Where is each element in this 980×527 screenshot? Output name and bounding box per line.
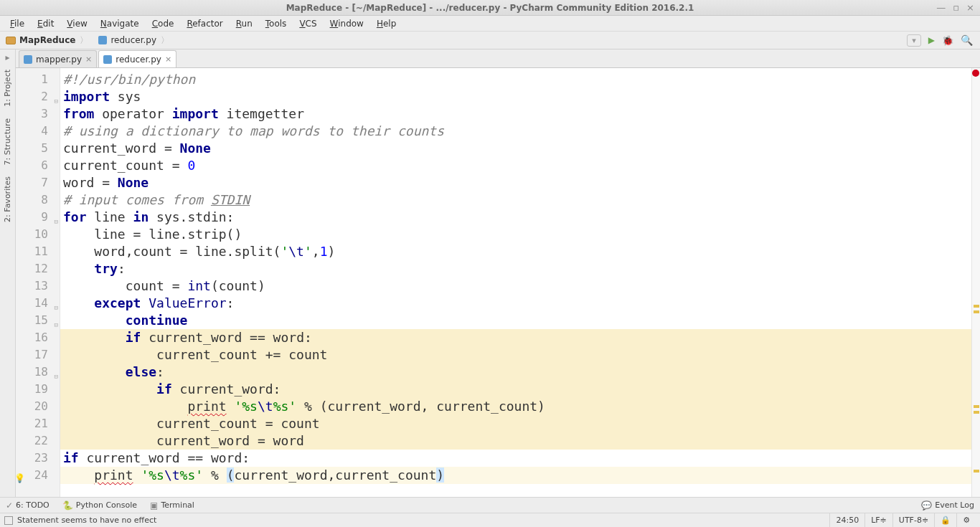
code-line[interactable]: word,count = line.split('\t',1) [60,243,980,260]
code-line[interactable]: except ValueError: [60,295,980,312]
close-icon[interactable]: × [966,2,974,13]
line-number[interactable]: 11 [16,243,60,260]
event-log-icon: 💬 [921,500,932,511]
line-number[interactable]: 15⊟ [16,312,60,329]
warning-marker[interactable] [974,470,979,473]
menu-view[interactable]: View [61,17,93,30]
line-number[interactable]: 12 [16,260,60,277]
code-line[interactable]: from operator import itemgetter [60,105,980,123]
line-number[interactable]: 8 [16,191,60,209]
menu-run[interactable]: Run [230,17,258,30]
line-number[interactable]: 10 [16,226,60,243]
menu-navigate[interactable]: Navigate [95,17,145,30]
menu-vcs[interactable]: VCS [293,17,322,30]
line-number[interactable]: 21 [16,415,60,432]
warning-marker[interactable] [974,411,979,414]
code-line[interactable]: current_word = None [60,140,980,157]
code-line[interactable]: if current_word == word: [60,450,980,467]
line-separator[interactable]: LF≑ [864,513,892,527]
code-line[interactable]: current_count += count [60,346,980,364]
menu-tools[interactable]: Tools [260,17,293,30]
menu-edit[interactable]: Edit [32,17,60,30]
debug-icon[interactable]: 🐞 [942,35,953,46]
warning-marker[interactable] [974,405,979,408]
code-line[interactable]: current_count = 0 [60,157,980,174]
tool-window-favorites[interactable]: 2: Favorites [3,172,12,227]
line-number[interactable]: 19 [16,381,60,398]
line-number[interactable]: 23 [16,450,60,467]
collapse-icon[interactable]: ▸ [5,52,9,62]
editor-tab[interactable]: reducer.py× [98,50,176,67]
code-line[interactable]: #!/usr/bin/python [60,71,980,88]
line-number[interactable]: 18⊟ [16,364,60,381]
code-line[interactable]: count = int(count) [60,277,980,295]
code-line[interactable]: if current_word == word: [60,329,980,346]
line-number[interactable]: 16 [16,329,60,346]
tool-window-project[interactable]: 1: Project [3,65,12,111]
line-number[interactable]: 20 [16,398,60,415]
intention-bulb-icon[interactable]: 💡 [14,470,25,487]
code-line[interactable]: line = line.strip() [60,226,980,243]
line-number[interactable]: 1 [16,71,60,88]
code-line[interactable]: continue [60,312,980,329]
line-number[interactable]: 22 [16,432,60,450]
python-file-icon [103,55,112,64]
code-line[interactable]: # using a dictionary to map words to the… [60,123,980,140]
code-line[interactable]: try: [60,260,980,277]
search-icon[interactable]: 🔍 [961,34,973,46]
line-number[interactable]: 24💡 [16,467,60,484]
menu-file[interactable]: File [4,17,30,30]
code-line[interactable]: import sys [60,88,980,105]
settings-icon[interactable]: ⚙ [956,513,976,527]
menu-refactor[interactable]: Refactor [181,17,228,30]
status-icon[interactable] [4,516,13,525]
line-number[interactable]: 9⊟ [16,209,60,226]
error-marker[interactable] [972,70,979,77]
folder-icon [6,37,16,44]
window-title: MapReduce - [~/MapReduce] - .../reducer.… [286,3,694,13]
tool-pythonconsole[interactable]: 🐍Python Console [62,500,137,511]
code-line[interactable]: word = None [60,174,980,191]
run-config-dropdown[interactable]: ▾ [907,34,921,47]
menu-window[interactable]: Window [324,17,369,30]
maximize-icon[interactable]: ▫ [953,2,959,13]
line-number[interactable]: 5 [16,140,60,157]
menu-help[interactable]: Help [371,17,402,30]
code-line[interactable]: print '%s\t%s' % (current_word, current_… [60,398,980,415]
menu-code[interactable]: Code [146,17,180,30]
code-line[interactable]: else: [60,364,980,381]
line-number[interactable]: 3 [16,105,60,123]
line-number[interactable]: 7 [16,174,60,191]
tool-todo[interactable]: ✓6: TODO [6,500,50,511]
line-number[interactable]: 6 [16,157,60,174]
code-line[interactable]: if current_word: [60,381,980,398]
code-area[interactable]: #!/usr/bin/pythonimport sysfrom operator… [60,68,980,497]
breadcrumb-item[interactable]: MapReduce [0,32,93,49]
gutter: 12⊟3456789⊟1011121314⊟15⊟161718⊟19202122… [16,68,60,497]
close-tab-icon[interactable]: × [165,54,171,64]
caret-position[interactable]: 24:50 [829,513,864,527]
code-line[interactable]: print '%s\t%s' % (current_word,current_c… [60,467,980,484]
line-number[interactable]: 14⊟ [16,295,60,312]
code-line[interactable]: current_count = count [60,415,980,432]
breadcrumb-item[interactable]: reducer.py [93,32,174,49]
line-number[interactable]: 17 [16,346,60,364]
warning-marker[interactable] [974,305,979,308]
line-number[interactable]: 4 [16,123,60,140]
lock-icon[interactable]: 🔒 [934,513,956,527]
editor-tab[interactable]: mapper.py× [19,50,97,67]
code-line[interactable]: for line in sys.stdin: [60,209,980,226]
tool-window-structure[interactable]: 7: Structure [3,114,12,169]
line-number[interactable]: 13 [16,277,60,295]
tool-terminal[interactable]: ▣Terminal [150,500,194,511]
error-stripe[interactable] [971,68,980,497]
minimize-icon[interactable]: — [936,2,946,13]
run-icon[interactable]: ▶ [928,35,935,45]
line-number[interactable]: 2⊟ [16,88,60,105]
event-log[interactable]: 💬Event Log [921,500,974,511]
warning-marker[interactable] [974,310,979,313]
code-line[interactable]: current_word = word [60,432,980,450]
close-tab-icon[interactable]: × [85,54,92,64]
file-encoding[interactable]: UTF-8≑ [892,513,934,527]
code-line[interactable]: # input comes from STDIN [60,191,980,209]
